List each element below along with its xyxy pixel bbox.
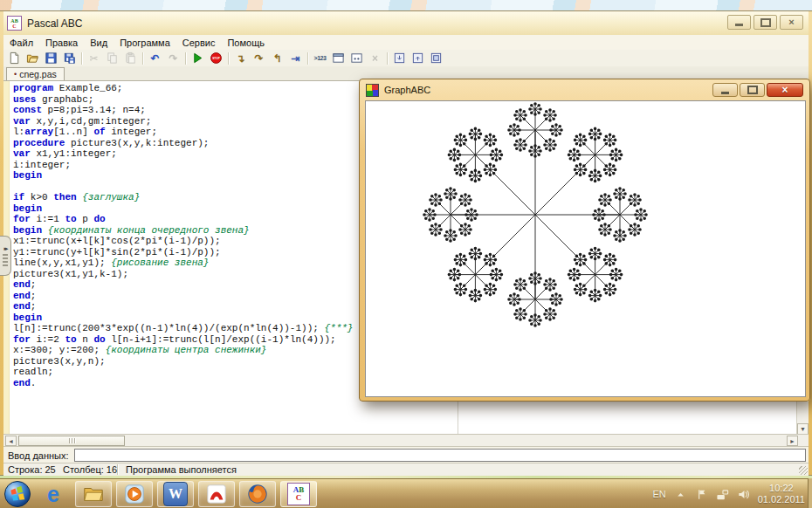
- grip-icon: [3, 254, 8, 266]
- redo-button[interactable]: ↷: [164, 51, 182, 65]
- close-icon: ×: [781, 85, 788, 95]
- taskbar-media-player-button[interactable]: [116, 481, 153, 507]
- menu-item-6[interactable]: Помощь: [221, 37, 271, 49]
- toolbar-separator: [81, 52, 82, 65]
- save-file-button[interactable]: [42, 51, 60, 65]
- taskbar: eWABC EN 10:22 01.02.2011: [0, 478, 812, 508]
- minimize-button[interactable]: [727, 15, 751, 30]
- toolbar-separator: [142, 52, 143, 65]
- save-all-button[interactable]: [60, 51, 79, 65]
- status-column: Столбец: 16: [63, 464, 117, 475]
- maximize-icon: [760, 18, 771, 27]
- taskbar-adobe-reader-button[interactable]: [198, 481, 235, 507]
- graphabc-app-icon: [366, 84, 379, 97]
- input-data-row: Ввод данных:: [3, 446, 809, 463]
- show-123-button[interactable]: >123: [311, 51, 329, 65]
- system-tray: EN 10:22 01.02.2011: [652, 483, 805, 505]
- minimize-icon: [735, 24, 743, 26]
- new-file-button[interactable]: [5, 51, 24, 65]
- show-watch-button[interactable]: [348, 51, 366, 65]
- copy-button[interactable]: [103, 51, 121, 65]
- show-hidden-icons-button[interactable]: [674, 488, 687, 501]
- svg-text:STOP: STOP: [212, 57, 220, 60]
- taskbar-pascal-abc-button[interactable]: ABC: [280, 481, 317, 507]
- toolbar-separator: [228, 52, 229, 65]
- step-out-button[interactable]: ↰: [268, 51, 286, 65]
- menu-item-2[interactable]: Правка: [39, 37, 84, 49]
- graphabc-close-button[interactable]: ×: [767, 83, 803, 97]
- step-over-button[interactable]: ↷: [250, 51, 268, 65]
- graphabc-canvas: [365, 100, 806, 397]
- module-1-button[interactable]: [390, 51, 409, 65]
- menu-item-3[interactable]: Вид: [84, 37, 114, 49]
- modified-dot: •: [14, 70, 17, 79]
- resize-grip-icon[interactable]: [799, 466, 808, 475]
- cut-button[interactable]: ✂: [85, 51, 103, 65]
- close-button[interactable]: ×: [780, 15, 803, 30]
- desktop: AB C Pascal ABC × ФайлПравкаВидПрограмма…: [0, 0, 812, 508]
- network-icon[interactable]: [716, 488, 729, 501]
- clock-date: 01.02.2011: [758, 494, 805, 505]
- pascal-abc-app-icon: AB C: [7, 16, 22, 31]
- input-data-field[interactable]: [74, 449, 806, 462]
- show-desktop-button[interactable]: [808, 478, 812, 508]
- status-bar: Строка: 25 Столбец: 16 Программа выполня…: [3, 463, 809, 476]
- toolbar: ✂↶↷STOP↴↷↰⇥>123×: [3, 50, 809, 67]
- menu-item-1[interactable]: Файл: [3, 37, 39, 49]
- taskbar-clock[interactable]: 10:22 01.02.2011: [758, 483, 805, 505]
- speaker-icon[interactable]: [737, 488, 750, 501]
- graphabc-maximize-button[interactable]: [740, 83, 765, 97]
- clock-time: 10:22: [758, 483, 805, 494]
- toolbar-separator: [307, 52, 308, 65]
- scroll-right-button[interactable]: ►: [787, 436, 798, 446]
- paste-button[interactable]: [121, 51, 140, 65]
- step-into-button[interactable]: ↴: [231, 51, 250, 65]
- toolbar-separator: [387, 52, 388, 65]
- maximize-button[interactable]: [754, 15, 777, 30]
- menu-item-4[interactable]: Программа: [114, 37, 176, 49]
- graphabc-minimize-button[interactable]: [712, 83, 738, 97]
- status-line: Строка: 25: [8, 464, 56, 475]
- dock-panel-handle[interactable]: ▸▸: [0, 236, 11, 276]
- module-2-button[interactable]: [409, 51, 427, 65]
- taskbar-firefox-button[interactable]: [239, 481, 276, 507]
- stop-button[interactable]: STOP: [207, 51, 225, 65]
- taskbar-internet-explorer-button[interactable]: e: [36, 482, 71, 506]
- snowflake-fractal: [365, 100, 806, 397]
- minimize-icon: [721, 92, 729, 94]
- window-title: Pascal ABC: [27, 17, 82, 30]
- status-state: Программа выполняется: [126, 464, 237, 475]
- tab-cneg-pas[interactable]: • cneg.pas: [6, 67, 65, 80]
- code-text: program Example_66;uses graphabc;const p…: [13, 83, 353, 388]
- graphabc-window: GraphABC ×: [359, 79, 810, 402]
- language-indicator[interactable]: EN: [652, 489, 665, 499]
- open-file-button[interactable]: [24, 51, 42, 65]
- action-center-flag-icon[interactable]: [695, 488, 708, 501]
- input-data-label: Ввод данных:: [8, 450, 74, 461]
- pascal-abc-title-bar[interactable]: AB C Pascal ABC ×: [0, 11, 812, 35]
- undo-button[interactable]: ↶: [146, 51, 164, 65]
- expand-panel-icon: ▸▸: [3, 245, 6, 252]
- close-icon: ×: [788, 17, 794, 27]
- graphabc-title: GraphABC: [384, 85, 430, 95]
- tab-label: cneg.pas: [19, 69, 57, 79]
- show-window-button[interactable]: [329, 51, 348, 65]
- scrollbar-thumb[interactable]: [18, 436, 125, 446]
- taskbar-windows-explorer-button[interactable]: [75, 481, 112, 507]
- maximize-icon: [747, 86, 758, 94]
- scroll-left-button[interactable]: ◄: [5, 436, 17, 446]
- start-button[interactable]: [3, 480, 31, 508]
- run-button[interactable]: [189, 51, 207, 65]
- status-separator: [117, 464, 118, 475]
- run-to-cursor-button[interactable]: ⇥: [286, 51, 305, 65]
- menu-bar: ФайлПравкаВидПрограммаСервисПомощь: [3, 35, 809, 51]
- toolbar-separator: [185, 52, 186, 65]
- taskbar-word-button[interactable]: W: [157, 481, 194, 507]
- close-x-button[interactable]: ×: [366, 51, 384, 65]
- desktop-wallpaper: [0, 0, 812, 12]
- module-3-button[interactable]: [427, 51, 445, 65]
- graphabc-title-bar[interactable]: GraphABC ×: [360, 79, 809, 100]
- menu-item-5[interactable]: Сервис: [176, 37, 222, 49]
- editor-horizontal-scrollbar[interactable]: ◄ ►: [3, 434, 809, 447]
